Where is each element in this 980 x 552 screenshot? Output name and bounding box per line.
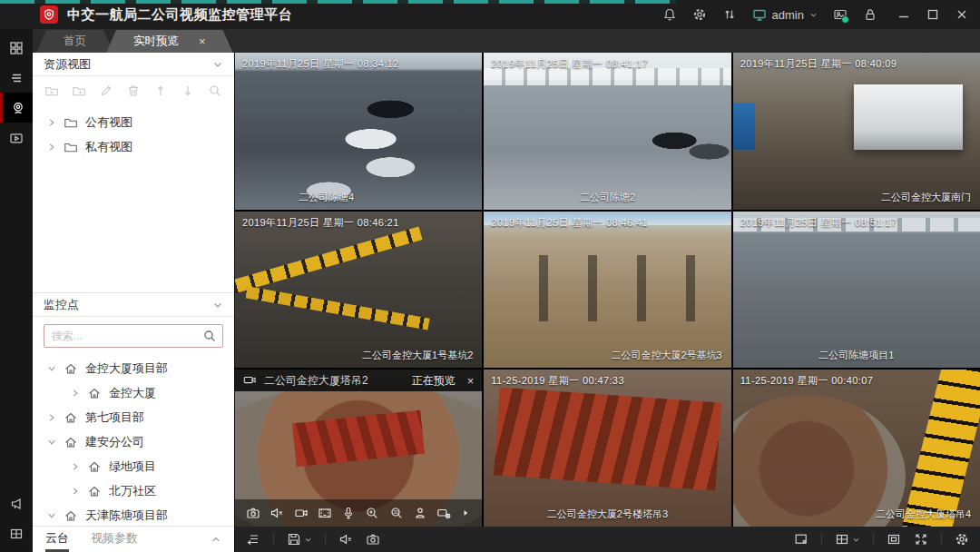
- tab-ptz[interactable]: 云台: [45, 527, 69, 552]
- tree-item-private-views[interactable]: 私有视图: [33, 134, 234, 159]
- data-exchange-icon[interactable]: [722, 7, 737, 22]
- add-group-icon[interactable]: [72, 84, 86, 98]
- tab-live-preview[interactable]: 实时预览 ×: [106, 30, 233, 53]
- tree-item-site[interactable]: 金控大厦项目部: [33, 356, 234, 380]
- apps-grid-icon[interactable]: [0, 33, 33, 63]
- svg-text:3D: 3D: [393, 510, 399, 515]
- snapshot-icon[interactable]: [246, 506, 260, 520]
- monitor-icon: [243, 374, 256, 387]
- lock-icon[interactable]: [863, 7, 877, 22]
- monitor-panel-header[interactable]: 监控点: [33, 293, 234, 317]
- close-stream-icon[interactable]: ×: [467, 375, 475, 387]
- save-layout-button[interactable]: [287, 532, 312, 547]
- tree-item-site[interactable]: 天津陈塘项目部: [33, 503, 234, 526]
- mute-icon[interactable]: [270, 506, 284, 520]
- video-clip-icon[interactable]: [0, 123, 33, 153]
- tree-item-public-views[interactable]: 公有视图: [33, 110, 234, 134]
- zoom-in-icon[interactable]: [365, 506, 379, 520]
- camera-name-overlay: 二公司陈塘2: [580, 191, 635, 204]
- minimize-button[interactable]: [897, 7, 911, 22]
- layout-grid-button[interactable]: [835, 532, 860, 547]
- chevron-down-icon: [47, 364, 56, 373]
- settings-gear-icon[interactable]: [955, 532, 969, 547]
- delete-icon[interactable]: [126, 84, 141, 98]
- video-feed: [484, 212, 730, 369]
- home-icon: [64, 361, 78, 376]
- tab-home[interactable]: 首页: [36, 30, 113, 53]
- announce-icon[interactable]: [0, 488, 33, 518]
- layout-grid-icon: [835, 532, 849, 547]
- video-feed: [733, 53, 980, 210]
- maximize-button[interactable]: [926, 7, 940, 22]
- video-cell-2[interactable]: 2019年11月25日 星期一 08:41:17 二公司陈塘2: [484, 53, 730, 210]
- more-arrow-icon[interactable]: [460, 508, 471, 518]
- talk-mic-icon[interactable]: [341, 506, 356, 520]
- move-down-icon[interactable]: [181, 84, 195, 98]
- camera-name-overlay: 二公司金控大厦塔吊4: [876, 508, 971, 521]
- snapshot-status-icon[interactable]: [833, 7, 848, 22]
- resource-tree: 公有视图 私有视图: [33, 105, 234, 159]
- wall-layout-icon[interactable]: [0, 518, 33, 548]
- bell-icon[interactable]: [662, 7, 677, 22]
- tree-item-label: 绿地项目: [109, 458, 156, 475]
- ptz-setup-icon[interactable]: [436, 506, 451, 520]
- video-cell-5[interactable]: 2019年11月25日 星期一 08:46:41 二公司金控大厦2号基坑3: [484, 212, 730, 369]
- zoom-3d-icon[interactable]: 3D: [389, 506, 404, 520]
- chevron-right-icon: [47, 413, 56, 422]
- add-view-icon[interactable]: [44, 84, 59, 98]
- folder-icon: [64, 140, 78, 154]
- search-icon[interactable]: [208, 84, 222, 98]
- tree-item-site[interactable]: 金控大厦: [33, 380, 234, 405]
- video-feed: [484, 370, 730, 527]
- fullscreen-icon[interactable]: [914, 532, 928, 547]
- collapse-chevron-icon[interactable]: [212, 300, 223, 310]
- playback-icon[interactable]: [318, 506, 332, 520]
- user-menu[interactable]: admin: [752, 7, 818, 22]
- preset-icon[interactable]: [413, 506, 427, 520]
- video-stage: 2019年11月25日 星期一 08:34:12 二公司陈塘4 2019年11月…: [235, 53, 980, 552]
- video-cell-3[interactable]: 2019年11月25日 星期一 08:40:09 二公司金控大厦南门: [733, 53, 980, 210]
- snapshot-all-icon[interactable]: [366, 532, 380, 547]
- resource-panel-title: 资源视图: [44, 56, 91, 73]
- search-input[interactable]: [44, 324, 223, 348]
- menu-list-icon[interactable]: [0, 63, 33, 93]
- close-all-views-icon[interactable]: [794, 532, 808, 547]
- resource-panel-header[interactable]: 资源视图: [33, 53, 234, 76]
- tree-item-site[interactable]: 绿地项目: [33, 454, 234, 478]
- video-cell-9[interactable]: 11-25-2019 星期一 00:40:07 二公司金控大厦塔吊4: [733, 370, 980, 527]
- move-up-icon[interactable]: [153, 84, 168, 98]
- video-cell-8[interactable]: 11-25-2019 星期一 00:47:33 二公司金控大厦2号楼塔吊3: [484, 370, 730, 527]
- edit-icon[interactable]: [99, 84, 113, 98]
- app-title: 中交一航局二公司视频监控管理平台: [67, 6, 292, 24]
- collapse-chevron-icon[interactable]: [212, 59, 223, 70]
- divider: [325, 533, 326, 546]
- bottom-toolbar: [235, 527, 980, 552]
- rail-camera-icon[interactable]: [0, 93, 33, 123]
- mute-all-icon[interactable]: [338, 532, 353, 547]
- video-cell-7-selected[interactable]: 二公司金控大厦塔吊2 正在预览 × 3D: [235, 370, 482, 527]
- scene-decor: [494, 388, 721, 491]
- stream-list-icon[interactable]: [246, 532, 260, 547]
- video-cell-6[interactable]: 2019年11月25日 星期一 08:51:17 二公司陈塘项目1: [733, 212, 980, 369]
- tree-item-site[interactable]: 建安分公司: [33, 429, 234, 454]
- chevron-up-icon[interactable]: [211, 527, 221, 552]
- tree-item-site[interactable]: 北万社区: [33, 478, 234, 503]
- app-logo-icon: [40, 5, 58, 24]
- video-cell-4[interactable]: 2019年11月25日 星期一 08:46:21 二公司金控大厦1号基坑2: [235, 212, 482, 369]
- tree-item-site[interactable]: 第七项目部: [33, 405, 234, 429]
- record-icon[interactable]: [294, 506, 309, 520]
- resource-view-panel: 资源视图: [33, 53, 234, 292]
- video-cell-1[interactable]: 2019年11月25日 星期一 08:34:12 二公司陈塘4: [235, 53, 482, 210]
- tab-video-params[interactable]: 视频参数: [91, 527, 138, 552]
- cell-toolbar: 3D: [235, 499, 482, 527]
- tab-close-icon[interactable]: ×: [199, 35, 206, 47]
- sidebar-footer: 云台 视频参数: [33, 526, 234, 552]
- search-icon[interactable]: [202, 329, 217, 343]
- timestamp-overlay: 2019年11月25日 星期一 08:46:41: [491, 216, 648, 230]
- gear-icon[interactable]: [692, 7, 707, 22]
- timestamp-overlay: 2019年11月25日 星期一 08:40:09: [740, 57, 897, 71]
- close-button[interactable]: [955, 7, 969, 22]
- chevron-down-icon: [47, 438, 56, 447]
- single-view-icon[interactable]: [887, 532, 901, 547]
- top-progress-strip: [0, 0, 676, 4]
